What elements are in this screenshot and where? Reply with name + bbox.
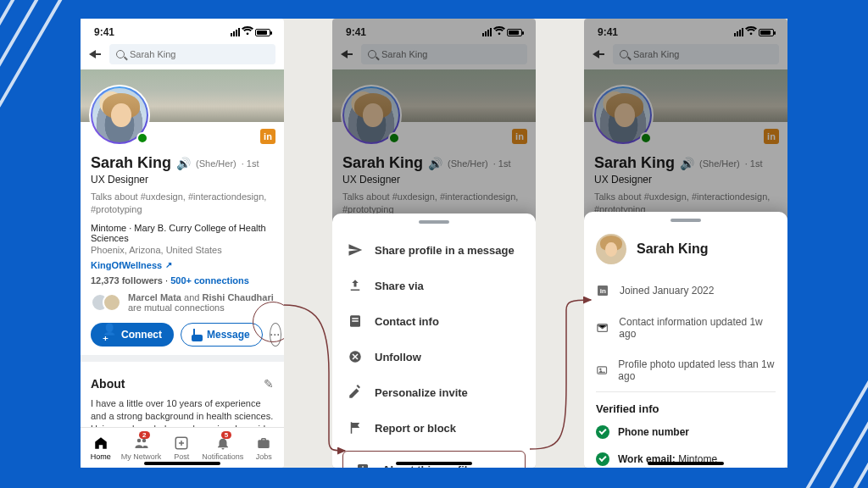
follower-stats[interactable]: 12,373 followers · 500+ connections: [91, 275, 274, 286]
svg-text:in: in: [600, 287, 606, 295]
phone-profile: 9:41 Sarah King in Sarah King 🔊 (Sh: [81, 19, 284, 468]
phone-stage: 9:41 Sarah King in Sarah King 🔊 (Sh: [81, 19, 787, 468]
check-icon: [596, 425, 609, 439]
mutual-avatars: [91, 293, 121, 312]
profile-name: Sarah King: [91, 154, 171, 172]
check-icon: [596, 452, 609, 466]
wifi-icon: [242, 26, 253, 39]
about-profile-name: Sarah King: [637, 241, 708, 257]
lock-icon: [193, 330, 202, 340]
menu-share-via[interactable]: Share via: [336, 268, 532, 303]
home-indicator: [396, 462, 472, 465]
contact-icon: [348, 313, 363, 329]
svg-rect-2: [352, 318, 359, 319]
decoration: [783, 380, 868, 488]
edit-about-button[interactable]: ✎: [264, 377, 274, 391]
pronouns: (She/Her): [196, 158, 236, 169]
search-input[interactable]: Sarah King: [109, 44, 275, 64]
send-icon: [348, 242, 363, 258]
avatar[interactable]: [89, 85, 150, 146]
badge-notifications: 5: [221, 431, 231, 439]
connect-button[interactable]: 👤⁺ Connect: [91, 323, 174, 347]
external-link-icon: ↗: [165, 260, 172, 269]
info-icon: [355, 462, 370, 468]
headline: UX Designer: [91, 174, 274, 186]
cellular-icon: [231, 28, 240, 36]
menu-unfollow[interactable]: Unfollow: [336, 339, 532, 374]
talks-about: Talks about #uxdesign, #interactiondesig…: [91, 191, 274, 216]
photo-updated: Profile photo updated less than 1w ago: [584, 349, 787, 391]
mail-icon: [596, 321, 609, 335]
home-indicator: [144, 462, 220, 465]
action-sheet: Share profile in a message Share via Con…: [332, 214, 536, 468]
battery-icon: [255, 29, 270, 36]
mini-avatar: [596, 234, 626, 264]
contact-updated: Contact information updated 1w ago: [584, 307, 787, 349]
linkedin-badge-icon: in: [260, 129, 275, 144]
more-button[interactable]: ···: [270, 323, 281, 347]
svg-rect-6: [362, 466, 364, 468]
svg-point-12: [599, 369, 601, 370]
flag-icon: [348, 420, 363, 435]
menu-contact-info[interactable]: Contact info: [336, 303, 532, 339]
search-text: Sarah King: [130, 49, 175, 59]
status-icons: [231, 26, 270, 39]
badge-network: 2: [139, 431, 149, 439]
menu-about-profile[interactable]: About this profile: [342, 451, 526, 468]
location: Phoenix, Arizona, United States: [91, 245, 274, 255]
website-link[interactable]: KingOfWellness↗: [91, 260, 172, 270]
home-indicator: [648, 462, 724, 465]
phone-about-profile: 9:41 Sarah King in Sarah King🔊(She/Her)·…: [584, 19, 787, 468]
verified-title: Verified info: [584, 392, 787, 419]
share-icon: [348, 278, 363, 293]
tab-jobs[interactable]: Jobs: [243, 428, 284, 468]
mutual-connections[interactable]: Marcel Mata and Rishi Chaudhari are mutu…: [91, 292, 274, 313]
presence-indicator: [136, 132, 148, 144]
unfollow-icon: [348, 349, 363, 364]
menu-share-message[interactable]: Share profile in a message: [336, 232, 532, 268]
about-profile-sheet: Sarah King in Joined January 2022 Contac…: [584, 212, 787, 468]
svg-rect-3: [352, 320, 359, 322]
phone-menu: 9:41 Sarah King in Sarah King🔊(She/Her)·…: [332, 19, 536, 468]
about-title: About: [91, 377, 125, 391]
sheet-grabber[interactable]: [419, 220, 449, 224]
joined-date: in Joined January 2022: [584, 274, 787, 307]
sheet-grabber[interactable]: [670, 219, 701, 222]
tab-home[interactable]: Home: [81, 428, 121, 468]
verified-phone: Phone number: [584, 419, 787, 446]
decoration: [0, 0, 85, 108]
clock: 9:41: [94, 26, 114, 38]
connection-degree: · 1st: [242, 158, 259, 169]
menu-report[interactable]: Report or block: [336, 410, 532, 446]
back-button[interactable]: [89, 50, 103, 58]
search-icon: [116, 50, 125, 58]
personalize-icon: [348, 385, 363, 400]
menu-personalize[interactable]: Personalize invite: [336, 374, 532, 410]
message-button[interactable]: Message: [181, 323, 263, 347]
pronunciation-icon[interactable]: 🔊: [176, 157, 191, 170]
linkedin-icon: in: [596, 284, 609, 297]
company-education: Mintome · Mary B. Curry College of Healt…: [91, 223, 274, 243]
section-divider: [81, 355, 284, 362]
status-bar: 9:41: [81, 19, 284, 41]
photo-icon: [596, 363, 608, 377]
connect-icon: 👤⁺: [103, 324, 116, 346]
